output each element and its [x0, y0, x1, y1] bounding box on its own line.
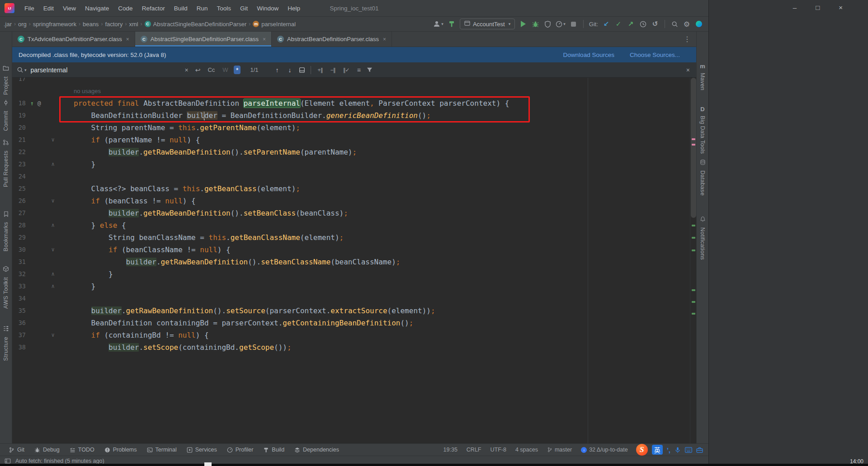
- sogou-logo-icon[interactable]: S: [636, 444, 648, 456]
- match-case-toggle[interactable]: Cc: [205, 66, 217, 74]
- rollback-icon[interactable]: ↺: [651, 19, 659, 29]
- toolwindow-debug[interactable]: Debug: [29, 444, 65, 456]
- toolwindow-terminal[interactable]: Terminal: [142, 444, 182, 456]
- close-button[interactable]: ×: [839, 4, 843, 11]
- profiler-button[interactable]: ▾: [556, 19, 566, 29]
- git-push-button[interactable]: ↗: [627, 19, 635, 29]
- words-toggle[interactable]: W: [220, 66, 230, 74]
- toolwindow-services[interactable]: Services: [182, 444, 222, 456]
- editor-tab[interactable]: CAbstractBeanDefinitionParser.class×: [272, 32, 392, 47]
- build-hammer-icon[interactable]: [448, 19, 456, 29]
- tab-close-icon[interactable]: ×: [383, 36, 386, 42]
- stripe-aws-toolkit[interactable]: AWS Toolkit: [0, 266, 12, 309]
- regex-toggle[interactable]: *: [234, 66, 241, 74]
- stripe-database[interactable]: Database: [697, 159, 708, 196]
- settings-gear-icon[interactable]: ⚙: [683, 19, 691, 29]
- remove-occurrence-icon[interactable]: −∥: [328, 67, 338, 73]
- run-config-select[interactable]: AccountTest ▾: [460, 19, 515, 29]
- scrollbar-thumb[interactable]: [691, 78, 696, 218]
- menu-help[interactable]: Help: [283, 3, 305, 14]
- menu-build[interactable]: Build: [170, 3, 192, 14]
- menu-window[interactable]: Window: [252, 3, 283, 14]
- fold-marker-icon[interactable]: ∧: [47, 268, 59, 280]
- encoding-widget[interactable]: UTF-8: [491, 447, 506, 453]
- toolwindow-todo[interactable]: TODO: [65, 444, 99, 456]
- multiline-search-icon[interactable]: ≡: [355, 66, 363, 74]
- breadcrumb-item[interactable]: org: [17, 20, 28, 28]
- breadcrumb-item[interactable]: .jar: [3, 20, 13, 28]
- breadcrumb-item[interactable]: beans: [82, 20, 99, 28]
- users-icon[interactable]: ▾: [433, 19, 443, 29]
- stripe-project[interactable]: Project: [0, 65, 12, 95]
- fold-marker-icon[interactable]: ∧: [47, 158, 59, 170]
- stop-button[interactable]: [570, 19, 578, 29]
- debug-button[interactable]: [531, 19, 539, 29]
- menu-edit[interactable]: Edit: [39, 3, 58, 14]
- git-branch-widget[interactable]: master: [547, 447, 572, 453]
- punctuation-icon[interactable]: ’,: [667, 446, 670, 454]
- toolwindow-build[interactable]: Build: [258, 444, 289, 456]
- close-find-bar-icon[interactable]: ×: [684, 66, 692, 74]
- run-button[interactable]: [519, 19, 527, 29]
- open-results-icon[interactable]: [298, 65, 306, 75]
- tab-close-icon[interactable]: ×: [263, 36, 266, 42]
- previous-match-icon[interactable]: ↑: [273, 66, 282, 74]
- toolwindow-git[interactable]: Git: [4, 444, 29, 456]
- menu-navigate[interactable]: Navigate: [80, 3, 113, 14]
- minimize-button[interactable]: –: [793, 4, 797, 11]
- history-icon[interactable]: [639, 19, 647, 29]
- git-update-button[interactable]: ↙: [602, 19, 610, 29]
- menu-view[interactable]: View: [58, 3, 80, 14]
- fold-marker-icon[interactable]: ∨: [47, 195, 59, 207]
- sync-status-widget[interactable]: ↓ 32 Δ/up-to-date: [581, 447, 628, 453]
- menu-file[interactable]: File: [20, 3, 39, 14]
- git-commit-button[interactable]: ✓: [614, 19, 623, 29]
- stripe-notifications[interactable]: Notifications: [697, 216, 708, 260]
- menu-code[interactable]: Code: [113, 3, 137, 14]
- annotation-marker-icon[interactable]: @: [38, 97, 41, 109]
- clear-search-icon[interactable]: ×: [183, 66, 190, 74]
- fold-marker-icon[interactable]: ∨: [47, 244, 59, 256]
- maximize-button[interactable]: □: [816, 4, 820, 11]
- tab-list-icon[interactable]: ⋮: [678, 32, 696, 47]
- keyboard-icon[interactable]: [685, 447, 692, 453]
- stripe-big-data-tools[interactable]: D Big Data Tools: [697, 106, 708, 154]
- download-sources-link[interactable]: Download Sources: [563, 52, 614, 58]
- editor-scrollbar[interactable]: [690, 78, 696, 443]
- fold-marker-icon[interactable]: ∧: [47, 219, 59, 231]
- breadcrumb-item[interactable]: mparseInternal: [252, 20, 297, 28]
- menu-run[interactable]: Run: [192, 3, 212, 14]
- next-match-icon[interactable]: ↓: [285, 66, 295, 74]
- toolwindow-problems[interactable]: Problems: [99, 444, 142, 456]
- choose-sources-link[interactable]: Choose Sources...: [630, 52, 680, 58]
- caret-position-widget[interactable]: 19:35: [443, 447, 458, 453]
- fold-marker-icon[interactable]: ∨: [47, 329, 59, 341]
- status-message[interactable]: Auto fetch: finished (5 minutes ago): [15, 458, 104, 464]
- search-input[interactable]: parseInternal: [31, 66, 180, 74]
- editor-tab[interactable]: CAbstractSingleBeanDefinitionParser.clas…: [135, 32, 272, 47]
- select-all-occurrences-icon[interactable]: ∥✓: [341, 67, 352, 73]
- toolwindow-profiler[interactable]: Profiler: [222, 444, 259, 456]
- menu-git[interactable]: Git: [236, 3, 252, 14]
- fold-marker-icon[interactable]: ∨: [47, 134, 59, 146]
- line-separator-widget[interactable]: CRLF: [467, 447, 481, 453]
- editor-tab[interactable]: CTxAdviceBeanDefinitionParser.class×: [12, 32, 135, 47]
- ime-language-badge[interactable]: 英: [652, 445, 663, 455]
- stripe-commit[interactable]: Commit: [0, 99, 12, 131]
- microphone-icon[interactable]: [675, 447, 681, 453]
- breadcrumb-item[interactable]: factory: [104, 20, 123, 28]
- menu-refactor[interactable]: Refactor: [137, 3, 170, 14]
- breadcrumb-item[interactable]: xml: [128, 20, 139, 28]
- tab-close-icon[interactable]: ×: [126, 36, 129, 42]
- override-marker-icon[interactable]: ↑: [30, 97, 34, 109]
- code-editor[interactable]: 17no usages18↑@protected final AbstractB…: [12, 78, 696, 443]
- add-occurrence-icon[interactable]: +∥: [316, 67, 325, 73]
- stripe-structure[interactable]: Structure: [0, 325, 12, 361]
- stripe-maven[interactable]: m Maven: [697, 63, 708, 90]
- indent-widget[interactable]: 4 spaces: [515, 447, 538, 453]
- filter-icon[interactable]: [366, 65, 374, 75]
- code-with-me-icon[interactable]: [695, 19, 703, 29]
- coverage-button[interactable]: [543, 19, 552, 29]
- breadcrumb-item[interactable]: CAbstractSingleBeanDefinitionParser: [144, 20, 248, 28]
- menu-tools[interactable]: Tools: [212, 3, 236, 14]
